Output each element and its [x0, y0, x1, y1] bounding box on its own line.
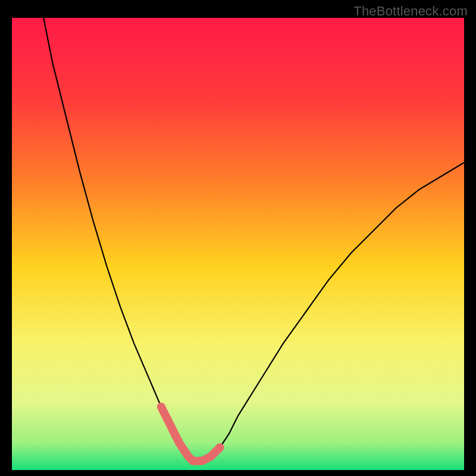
watermark-label: TheBottleneck.com — [353, 4, 468, 19]
chart-frame: TheBottleneck.com — [0, 0, 476, 476]
bottleneck-plot — [12, 18, 464, 470]
chart-svg — [12, 18, 464, 470]
gradient-background — [12, 18, 464, 470]
